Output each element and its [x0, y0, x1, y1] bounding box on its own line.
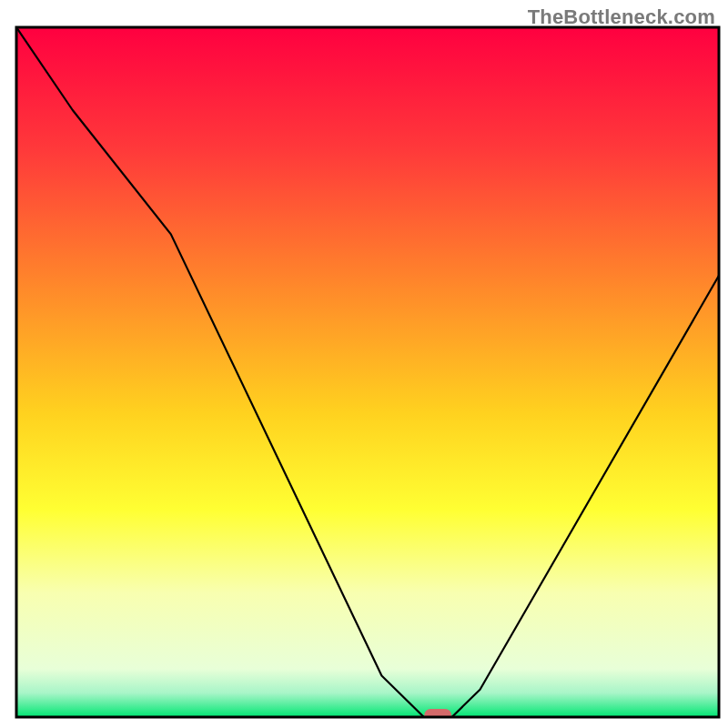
bottleneck-chart: [0, 0, 728, 728]
watermark-text: TheBottleneck.com: [528, 5, 715, 29]
chart-background-gradient: [16, 27, 719, 717]
optimal-marker: [424, 709, 451, 722]
chart-container: TheBottleneck.com: [0, 0, 728, 728]
